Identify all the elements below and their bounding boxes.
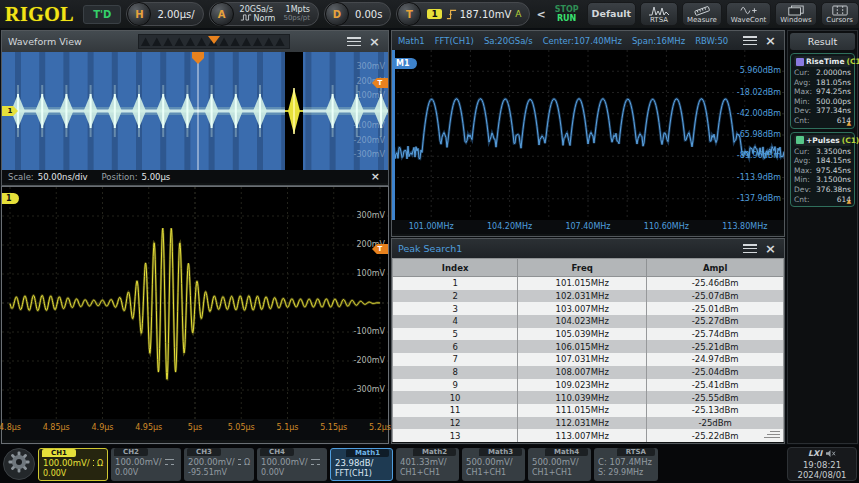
acquisition-settings-button[interactable]: A 20GSa/s Norm 1Mpts 50ps/pt [209, 2, 319, 26]
peak-search-close-icon[interactable]: × [763, 243, 778, 254]
math-chip-math4[interactable]: Math4500.00mV/CH1+CH1 [528, 448, 591, 481]
channel-tab: CH3 [187, 448, 221, 456]
zoom-time-label: 4.8μs [0, 423, 32, 432]
table-cell: 7 [393, 353, 518, 366]
run-stop-button[interactable]: STOP RUN [552, 5, 582, 23]
system-time: 19:08:21 [803, 460, 841, 470]
math-scale-value: 500.00mV/ [466, 457, 521, 468]
math-chip-math1[interactable]: Math123.98dB/FFT(CH1) [330, 448, 393, 481]
table-row[interactable]: 13113.007MHz-25.22dBm [393, 429, 784, 442]
table-row[interactable]: 12112.031MHz-25dBm [393, 417, 784, 430]
trigger-coupling-value: A [515, 9, 521, 19]
stat-value: 3.3500ns [816, 147, 851, 157]
fft-header-item: FFT(CH1) [435, 36, 474, 46]
collapse-arrow-icon[interactable]: ▲ [846, 119, 851, 126]
horizontal-settings-button[interactable]: H 2.00μs/ [126, 2, 203, 26]
table-row[interactable]: 2102.031MHz-25.07dBm [393, 290, 784, 303]
zoom-close-icon[interactable]: × [369, 171, 382, 182]
stat-label: Min: [794, 97, 810, 107]
toolbar-scroll-left-button[interactable]: < [535, 8, 546, 21]
tool-label: Default [592, 10, 631, 18]
table-row[interactable]: 8108.007MHz-25.04dBm [393, 366, 784, 379]
rtsa-tab: RTSA [617, 448, 655, 456]
timeline-strip[interactable] [138, 34, 290, 49]
waveform-overview-plot[interactable]: 300mV200mV100mV-100mV-200mV-300mV 1 T [2, 52, 388, 170]
math-chip-math3[interactable]: Math3500.00mV/CH1+CH1 [462, 448, 525, 481]
trigger-knob[interactable]: T [397, 2, 421, 26]
overview-volt-label: 100mV [356, 91, 385, 100]
stat-label: Avg: [794, 78, 810, 88]
resize-grip-icon[interactable] [764, 429, 780, 439]
math1-badge[interactable]: M1 [392, 58, 417, 69]
tool-measure-button[interactable]: Measure [682, 2, 722, 26]
channel-chip-ch4[interactable]: CH4100.00mV/0.00V [257, 448, 327, 481]
waveform-view-titlebar[interactable]: Waveform View × [2, 31, 388, 52]
waveform-view-menu-icon[interactable] [347, 37, 361, 46]
tool-rtsa-button[interactable]: RTSA [640, 2, 678, 26]
result-panel-title[interactable]: Result [790, 33, 855, 50]
tool-cursors-button[interactable]: Cursors [821, 2, 859, 26]
table-cell: 107.031MHz [518, 353, 647, 366]
channel-chip-ch2[interactable]: CH2100.00mV/0.00V [111, 448, 181, 481]
acquire-knob[interactable]: A [210, 2, 234, 26]
waveform-view-close-icon[interactable]: × [367, 36, 382, 47]
measurement-card[interactable]: +Pulses(C1)Cur:3.3500nsAvg:184.15nsMax:9… [790, 132, 855, 208]
rtsa-chip[interactable]: RTSAC: 107.4MHzS: 29.9MHz [594, 448, 658, 481]
channel-chip-ch1[interactable]: CH1100.00mV/Ω0.00V [38, 448, 108, 481]
peak-search-menu-icon[interactable] [743, 244, 757, 253]
math-tab: Math4 [545, 448, 588, 456]
collapse-arrow-icon[interactable]: ▲ [846, 197, 851, 204]
delay-settings-button[interactable]: D 0.00s [324, 2, 391, 26]
stat-label: Max: [794, 87, 812, 97]
math-tab: Math2 [413, 448, 456, 456]
table-row[interactable]: 10110.039MHz-25.55dBm [393, 391, 784, 404]
channel-scale-value: 200.00mV/ [188, 457, 235, 468]
delay-knob[interactable]: D [325, 2, 349, 26]
measurement-card[interactable]: RiseTime(C1)Cur:2.0000nsAvg:181.05nsMax:… [790, 53, 855, 129]
zoom-volt-label: 300mV [356, 211, 385, 220]
zoom-time-label: 5.05μs [219, 423, 263, 432]
fft-plot[interactable]: 5.960dBm-18.02dBm-42.00dBm-65.98dBm-89.9… [392, 50, 784, 220]
settings-gear-button[interactable] [3, 448, 35, 480]
scale-value: 50.00ns/div [38, 172, 88, 182]
fft-db-label: -89.96dBm [737, 151, 781, 160]
table-row[interactable]: 9109.023MHz-25.41dBm [393, 379, 784, 392]
table-row[interactable]: 4104.023MHz-25.27dBm [393, 315, 784, 328]
fft-titlebar[interactable]: Math1FFT(CH1)Sa:20GSa/sCenter:107.40MHzS… [392, 31, 784, 50]
channel1-zoom-badge[interactable]: 1 [2, 193, 19, 204]
table-row[interactable]: 11111.015MHz-25.13dBm [393, 404, 784, 417]
gear-icon [7, 450, 31, 478]
table-row[interactable]: 6106.015MHz-25.21dBm [393, 340, 784, 353]
table-cell: -25.13dBm [647, 404, 784, 417]
status-clock-box[interactable]: LXI 19:08:21 2024/08/01 [787, 447, 857, 481]
measurement-name: RiseTime [806, 57, 845, 66]
peak-table-container: IndexFreqAmpl 1101.015MHz-25.46dBm2102.0… [392, 258, 784, 442]
table-row[interactable]: 5105.039MHz-25.74dBm [393, 328, 784, 341]
h-scale-value: 2.00μs/ [157, 9, 194, 20]
table-cell: -25.46dBm [647, 277, 784, 290]
measurement-title: +Pulses(C1) [794, 135, 851, 146]
fft-close-icon[interactable]: × [763, 35, 778, 46]
channel-tab: CH1 [42, 449, 76, 457]
table-cell: 105.039MHz [518, 328, 647, 341]
channel-offset-value: 0.00V [43, 469, 103, 479]
math-chip-math2[interactable]: Math2401.33mV/CH1+CH1 [396, 448, 459, 481]
table-row[interactable]: 1101.015MHz-25.46dBm [393, 277, 784, 290]
peak-table-header-row: IndexFreqAmpl [393, 259, 784, 277]
tool-default-button[interactable]: Default [587, 2, 636, 26]
measurement-stat-row: Cur:2.0000ns [794, 68, 851, 78]
peak-search-titlebar[interactable]: Peak Search1 × [392, 239, 784, 258]
tool-wavecont-button[interactable]: WaveCont [726, 2, 772, 26]
table-cell: 8 [393, 366, 518, 379]
zoom-volt-label: -300mV [354, 385, 385, 394]
math-operation-value: CH1+CH1 [532, 468, 587, 478]
trigger-settings-button[interactable]: T 1 187.10mV A [396, 2, 530, 26]
fft-menu-icon[interactable] [743, 36, 757, 45]
horizontal-knob[interactable]: H [127, 2, 151, 26]
table-row[interactable]: 3103.007MHz-25.01dBm [393, 302, 784, 315]
zoom-waveform-plot[interactable]: 300mV200mV100mV-100mV-200mV-300mV 1 T [2, 187, 388, 419]
channel-chip-ch3[interactable]: CH3200.00mV/Ω-95.51mV [184, 448, 254, 481]
table-cell: 1 [393, 277, 518, 290]
tool-windows-button[interactable]: Windows [775, 2, 816, 26]
table-row[interactable]: 7107.031MHz-24.97dBm [393, 353, 784, 366]
